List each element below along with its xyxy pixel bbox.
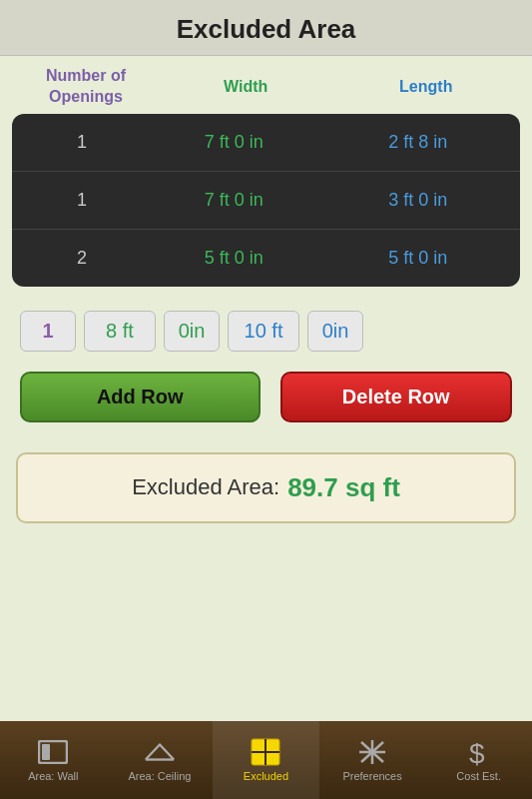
delete-row-button[interactable]: Delete Row — [280, 372, 513, 422]
nav-label-cost-est: Cost Est. — [456, 770, 501, 782]
svg-rect-1 — [42, 744, 50, 760]
table-row[interactable]: 1 7 ft 0 in 2 ft 8 in — [12, 114, 520, 172]
cell-openings: 1 — [22, 190, 142, 211]
nav-item-area-wall[interactable]: Area: Wall — [0, 721, 107, 799]
nav-item-area-ceiling[interactable]: Area: Ceiling — [107, 721, 214, 799]
area-wall-icon — [37, 738, 69, 766]
action-buttons: Add Row Delete Row — [0, 368, 532, 442]
column-headers: Number ofOpenings Width Length — [0, 56, 532, 114]
cell-length: 2 ft 8 in — [326, 132, 511, 153]
input-length-ft[interactable] — [228, 311, 299, 352]
nav-label-excluded: Excluded — [244, 770, 288, 782]
col-header-openings: Number ofOpenings — [16, 66, 156, 108]
nav-item-excluded[interactable]: Excluded — [213, 721, 319, 799]
bottom-navigation: Area: Wall Area: Ceiling Excluded — [0, 721, 532, 799]
table-row[interactable]: 1 7 ft 0 in 3 ft 0 in — [12, 172, 520, 230]
cell-width: 5 ft 0 in — [142, 248, 326, 269]
preferences-icon — [356, 738, 388, 766]
col-header-length: Length — [336, 78, 517, 96]
cell-width: 7 ft 0 in — [142, 190, 326, 211]
page-title: Excluded Area — [0, 14, 532, 45]
page-header: Excluded Area — [0, 0, 532, 56]
nav-item-preferences[interactable]: Preferences — [319, 721, 426, 799]
col-header-width: Width — [156, 78, 336, 96]
nav-item-cost-est[interactable]: $ Cost Est. — [425, 721, 532, 799]
cell-openings: 1 — [22, 132, 142, 153]
svg-text:$: $ — [469, 738, 485, 767]
area-ceiling-icon — [144, 738, 176, 766]
add-row-button[interactable]: Add Row — [20, 372, 261, 422]
nav-label-area-wall: Area: Wall — [28, 770, 78, 782]
input-width-in[interactable] — [164, 311, 220, 352]
result-label: Excluded Area: — [132, 474, 279, 500]
cell-length: 5 ft 0 in — [326, 248, 511, 269]
input-row — [0, 287, 532, 368]
input-length-in[interactable] — [307, 311, 363, 352]
cell-width: 7 ft 0 in — [142, 132, 326, 153]
cost-est-icon: $ — [463, 738, 495, 766]
result-box: Excluded Area: 89.7 sq ft — [16, 452, 516, 523]
input-openings[interactable] — [20, 311, 76, 352]
nav-label-preferences: Preferences — [342, 770, 401, 782]
data-table: 1 7 ft 0 in 2 ft 8 in 1 7 ft 0 in 3 ft 0… — [12, 114, 520, 287]
input-width-ft[interactable] — [84, 311, 156, 352]
nav-label-area-ceiling: Area: Ceiling — [128, 770, 191, 782]
result-value: 89.7 sq ft — [287, 472, 400, 503]
excluded-icon — [250, 738, 281, 766]
cell-length: 3 ft 0 in — [326, 190, 511, 211]
table-row[interactable]: 2 5 ft 0 in 5 ft 0 in — [12, 230, 520, 287]
cell-openings: 2 — [22, 248, 142, 269]
